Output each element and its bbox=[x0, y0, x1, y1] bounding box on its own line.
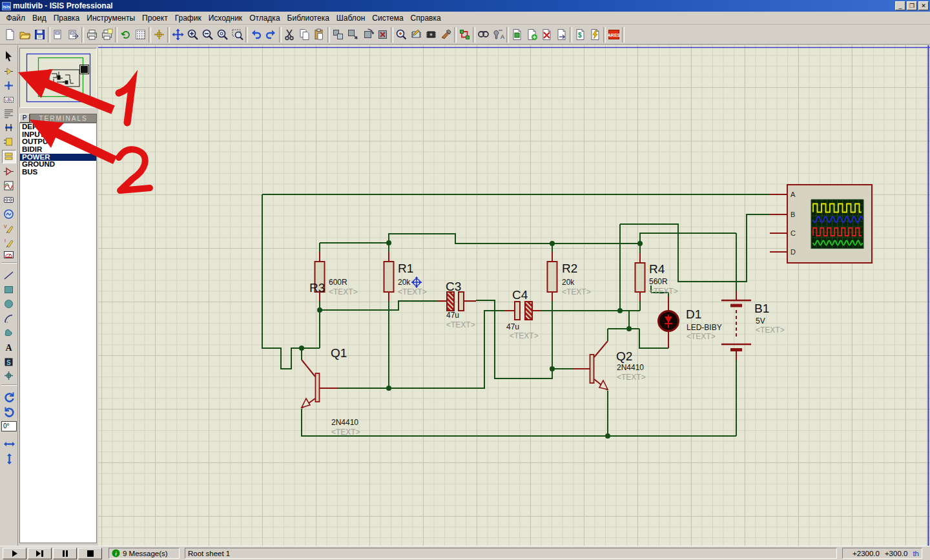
terminal-option-bus[interactable]: BUS bbox=[20, 169, 96, 176]
text-2d-button[interactable]: A bbox=[2, 341, 16, 355]
menu-library[interactable]: Библиотека bbox=[284, 12, 333, 24]
new-file-button[interactable] bbox=[3, 27, 17, 43]
arc-2d-button[interactable] bbox=[2, 313, 16, 326]
redo-button[interactable] bbox=[264, 27, 278, 43]
resistor-R4[interactable] bbox=[636, 253, 645, 301]
origin-button[interactable] bbox=[152, 27, 167, 43]
box-2d-button[interactable] bbox=[2, 284, 16, 297]
open-file-button[interactable] bbox=[17, 27, 32, 43]
menu-debug[interactable]: Отладка bbox=[246, 12, 284, 24]
rotate-ccw-button[interactable] bbox=[2, 406, 16, 419]
print-area-button[interactable] bbox=[99, 27, 114, 43]
make-device-button[interactable] bbox=[409, 27, 424, 43]
graph-mode-button[interactable] bbox=[2, 180, 16, 193]
save-file-button[interactable] bbox=[32, 27, 47, 43]
menu-system[interactable]: Система bbox=[369, 12, 407, 24]
print-button[interactable] bbox=[85, 27, 99, 43]
selection-mode-button[interactable] bbox=[2, 50, 16, 63]
terminal-option-default[interactable]: DEFAULT bbox=[20, 123, 96, 131]
resistor-R2[interactable] bbox=[548, 252, 557, 301]
buses-mode-button[interactable] bbox=[2, 121, 16, 135]
schematic-overview[interactable] bbox=[19, 48, 97, 108]
step-button[interactable] bbox=[28, 548, 52, 559]
junction-dot-mode-button[interactable] bbox=[2, 79, 16, 93]
pick-device-button[interactable] bbox=[394, 27, 409, 43]
block-delete-button[interactable] bbox=[375, 27, 390, 43]
component-mode-button[interactable] bbox=[2, 65, 16, 79]
message-panel[interactable]: i 9 Message(s) bbox=[108, 548, 180, 559]
pause-button[interactable] bbox=[53, 548, 77, 559]
packaging-tool-button[interactable] bbox=[424, 27, 439, 43]
menu-graph[interactable]: График bbox=[171, 12, 205, 24]
paste-button[interactable] bbox=[312, 27, 327, 43]
search-tag-button[interactable] bbox=[476, 27, 491, 43]
close-button[interactable]: ✕ bbox=[918, 1, 929, 10]
maximize-button[interactable]: ❐ bbox=[907, 1, 917, 10]
oscilloscope[interactable] bbox=[770, 185, 872, 263]
zoom-area-button[interactable] bbox=[230, 27, 245, 43]
menu-file[interactable]: Файл bbox=[3, 12, 29, 24]
transistor-Q1[interactable] bbox=[302, 360, 338, 408]
rotate-cw-button[interactable] bbox=[2, 391, 16, 404]
wire-autorouter-button[interactable] bbox=[457, 27, 472, 43]
goto-sheet-button[interactable] bbox=[554, 27, 569, 43]
pick-parts-button[interactable]: P bbox=[19, 114, 30, 123]
battery-B1[interactable] bbox=[721, 291, 751, 360]
capacitor-C3[interactable] bbox=[437, 292, 476, 311]
menu-template[interactable]: Шаблон bbox=[333, 12, 368, 24]
virtual-instruments-mode-button[interactable] bbox=[2, 249, 16, 262]
block-move-button[interactable] bbox=[346, 27, 360, 43]
circle-2d-button[interactable] bbox=[2, 298, 16, 311]
refresh-display-button[interactable] bbox=[118, 27, 133, 43]
schematic-canvas[interactable]: R3600R<TEXT>R120k<TEXT>R220k<TEXT>R4560R… bbox=[98, 45, 930, 546]
mirror-x-button[interactable] bbox=[2, 437, 16, 451]
block-rotate-button[interactable] bbox=[360, 27, 375, 43]
text-script-mode-button[interactable] bbox=[2, 107, 16, 121]
toggle-grid-button[interactable] bbox=[133, 27, 148, 43]
design-explorer-button[interactable] bbox=[510, 27, 524, 43]
zoom-all-button[interactable] bbox=[215, 27, 230, 43]
led-D1[interactable] bbox=[659, 296, 679, 348]
capacitor-C4[interactable] bbox=[505, 302, 541, 320]
new-sheet-button[interactable] bbox=[524, 27, 539, 43]
pan-button[interactable] bbox=[170, 27, 185, 43]
transistor-Q2[interactable] bbox=[573, 341, 608, 390]
menu-source[interactable]: Исходник bbox=[205, 12, 245, 24]
terminals-mode-button[interactable] bbox=[2, 150, 16, 163]
menu-help[interactable]: Справка bbox=[407, 12, 444, 24]
export-section-button[interactable] bbox=[66, 27, 81, 43]
menu-view[interactable]: Вид bbox=[29, 12, 50, 24]
tape-recorder-mode-button[interactable] bbox=[2, 194, 16, 207]
title-bar[interactable]: isis multivib - ISIS Professional _ ❐ ✕ bbox=[0, 0, 930, 12]
path-2d-button[interactable] bbox=[2, 327, 16, 340]
zoom-in-button[interactable] bbox=[185, 27, 200, 43]
terminal-option-bidir[interactable]: BIDIR bbox=[20, 146, 96, 154]
mirror-y-button[interactable] bbox=[2, 452, 16, 466]
bill-of-materials-button[interactable]: $ bbox=[573, 27, 588, 43]
resistor-R1[interactable] bbox=[384, 252, 394, 301]
block-copy-button[interactable] bbox=[331, 27, 346, 43]
zoom-out-button[interactable] bbox=[200, 27, 215, 43]
menu-edit[interactable]: Правка bbox=[50, 12, 83, 24]
minimize-button[interactable]: _ bbox=[895, 1, 905, 10]
voltage-probe-mode-button[interactable]: V bbox=[2, 223, 16, 236]
menu-tools[interactable]: Инструменты bbox=[83, 12, 139, 24]
generator-mode-button[interactable] bbox=[2, 208, 16, 222]
menu-project[interactable]: Проект bbox=[139, 12, 172, 24]
property-assignment-button[interactable]: A bbox=[491, 27, 506, 43]
stop-button[interactable] bbox=[78, 548, 102, 559]
import-section-button[interactable] bbox=[51, 27, 66, 43]
decompose-button[interactable] bbox=[439, 27, 453, 43]
remove-sheet-button[interactable] bbox=[539, 27, 554, 43]
undo-button[interactable] bbox=[249, 27, 264, 43]
markers-2d-button[interactable] bbox=[2, 369, 16, 383]
electrical-rule-check-button[interactable] bbox=[588, 27, 603, 43]
subcircuit-mode-button[interactable] bbox=[2, 136, 16, 149]
rotation-angle-field[interactable]: 0° bbox=[1, 421, 17, 431]
line-2d-button[interactable] bbox=[2, 269, 16, 283]
netlist-to-ares-button[interactable]: ARES bbox=[606, 27, 621, 43]
wire-label-mode-button[interactable]: LBL bbox=[2, 94, 16, 107]
copy-button[interactable] bbox=[297, 27, 312, 43]
symbols-2d-button[interactable]: S bbox=[2, 356, 16, 369]
play-button[interactable] bbox=[3, 548, 26, 559]
